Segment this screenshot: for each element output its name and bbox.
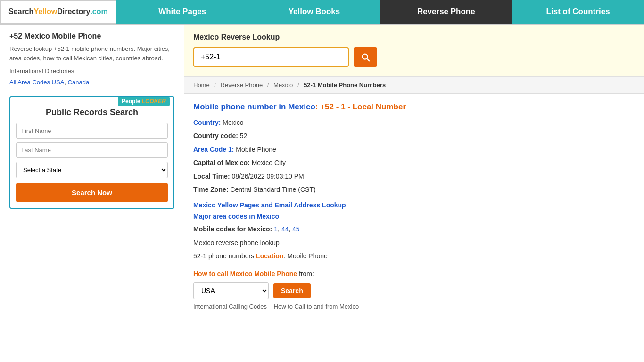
- badge-looker: LOOKER: [142, 98, 166, 105]
- country-select[interactable]: USA UK Canada Australia: [193, 282, 269, 299]
- area-code-value: Mobile Phone: [236, 146, 276, 153]
- all-area-codes-link[interactable]: All Area Codes USA: [9, 79, 64, 86]
- first-name-input[interactable]: [16, 123, 168, 139]
- phone-input[interactable]: [193, 47, 349, 67]
- info-title: Mobile phone number in Mexico: +52 - 1 -…: [193, 102, 635, 112]
- country-row: Country: Mexico: [193, 117, 635, 128]
- location-suffix: : Mobile Phone: [283, 252, 327, 260]
- yellow-pages-link[interactable]: Mexico Yellow Pages and Email Address Lo…: [193, 201, 635, 209]
- local-time-row: Local Time: 08/26/2022 09:03:10 PM: [193, 171, 635, 181]
- breadcrumb-home[interactable]: Home: [193, 82, 210, 89]
- country-code-row: Country code: 52: [193, 131, 635, 141]
- bc-sep-2: /: [267, 82, 269, 89]
- search-button[interactable]: Search: [273, 283, 311, 298]
- bc-sep-3: /: [297, 82, 299, 89]
- mobile-code-44[interactable]: 44: [281, 225, 289, 233]
- content-area: Mexico Reverse Lookup Home / Reverse Pho…: [184, 25, 644, 362]
- search-icon: [360, 52, 371, 62]
- country-label: Country:: [193, 119, 221, 126]
- area-code-link[interactable]: Area Code 1:: [193, 146, 234, 153]
- mobile-code-45[interactable]: 45: [292, 225, 300, 233]
- site-logo[interactable]: SearchYellowDirectory.com: [0, 0, 116, 24]
- mobile-codes-row: Mobile codes for Mexico: 1, 44, 45: [193, 224, 635, 234]
- country-value: Mexico: [223, 119, 243, 126]
- bc-sep-1: /: [214, 82, 216, 89]
- breadcrumb-reverse-phone[interactable]: Reverse Phone: [221, 82, 263, 89]
- state-select[interactable]: Select a State Alabama Alaska Arizona Ca…: [16, 162, 168, 178]
- how-to-call-section: How to call Mexico Mobile Phone from: US…: [193, 270, 635, 310]
- nav-white-pages[interactable]: White Pages: [116, 0, 248, 24]
- search-now-button[interactable]: Search Now: [16, 183, 168, 202]
- mobile-codes-label: Mobile codes for Mexico:: [193, 225, 272, 233]
- canada-link[interactable]: Canada: [68, 79, 90, 86]
- reverse-phone-row: Mexico reverse phone lookup: [193, 238, 635, 248]
- info-title-link[interactable]: Mobile phone number in Mexico: [193, 102, 315, 111]
- badge-people: People: [122, 98, 140, 105]
- country-code-label: Country code:: [193, 132, 238, 140]
- location-link[interactable]: Location: [256, 252, 283, 260]
- timezone-value: Central Standard Time (CST): [230, 186, 315, 193]
- logo-com: .com: [90, 8, 107, 16]
- sidebar-heading: +52 Mexico Mobile Phone: [9, 32, 174, 41]
- area-code-label: Area Code 1:: [193, 146, 234, 153]
- nav-yellow-books[interactable]: Yellow Books: [248, 0, 380, 24]
- major-area-codes-link[interactable]: Major area codes in Mexico: [193, 213, 635, 220]
- reverse-phone-label: Mexico reverse phone lookup: [193, 239, 280, 247]
- breadcrumb-current: 52-1 Mobile Phone Numbers: [304, 82, 386, 89]
- call-row: USA UK Canada Australia Search: [193, 282, 635, 299]
- timezone-row: Time Zone: Central Standard Time (CST): [193, 184, 635, 195]
- how-to-call-title: How to call Mexico Mobile Phone from:: [193, 270, 635, 278]
- capital-label: Capital of Mexico:: [193, 159, 250, 166]
- how-to-call-suffix: from:: [297, 270, 314, 278]
- info-title-suffix: : +52 - 1 - Local Number: [315, 102, 406, 111]
- logo-directory: Directory: [57, 8, 90, 16]
- logo-yellow: Yellow: [33, 8, 57, 16]
- sidebar-description: Reverse lookup +52-1 mobile phone number…: [9, 44, 174, 63]
- location-prefix: 52-1 phone numbers: [193, 252, 256, 260]
- phone-search-button[interactable]: [354, 47, 377, 67]
- area-code-row: Area Code 1: Mobile Phone: [193, 144, 635, 155]
- how-to-call-link[interactable]: How to call Mexico Mobile Phone: [193, 270, 297, 278]
- location-row: 52-1 phone numbers Location: Mobile Phon…: [193, 251, 635, 261]
- logo-search: Search: [8, 8, 33, 16]
- info-area: Mobile phone number in Mexico: +52 - 1 -…: [184, 94, 644, 319]
- people-looker-title: Public Records Search: [16, 107, 168, 117]
- capital-row: Capital of Mexico: Mexico City: [193, 157, 635, 168]
- breadcrumb-mexico[interactable]: Mexico: [273, 82, 293, 89]
- capital-value: Mexico City: [252, 159, 286, 166]
- last-name-input[interactable]: [16, 142, 168, 158]
- link-separator: ,: [64, 79, 67, 86]
- timezone-label: Time Zone:: [193, 186, 228, 193]
- navigation: SearchYellowDirectory.com White Pages Ye…: [0, 0, 644, 25]
- mobile-code-1[interactable]: 1: [274, 225, 278, 233]
- int-calling-note: International Calling Codes – How to Cal…: [193, 303, 635, 310]
- search-box-area: Mexico Reverse Lookup: [184, 25, 644, 77]
- local-time-value: 08/26/2022 09:03:10 PM: [231, 173, 304, 180]
- country-code-value: 52: [240, 132, 248, 140]
- breadcrumb: Home / Reverse Phone / Mexico / 52-1 Mob…: [184, 77, 644, 94]
- country-link[interactable]: Country:: [193, 119, 221, 126]
- int-dir-label: International Directories: [9, 66, 174, 76]
- nav-list-countries[interactable]: List of Countries: [512, 0, 644, 24]
- search-row: [193, 47, 635, 67]
- main-layout: +52 Mexico Mobile Phone Reverse lookup +…: [0, 25, 644, 362]
- people-looker-badge: People LOOKER: [118, 97, 170, 106]
- sidebar: +52 Mexico Mobile Phone Reverse lookup +…: [0, 25, 184, 362]
- local-time-label: Local Time:: [193, 173, 230, 180]
- people-looker-box: People LOOKER Public Records Search Sele…: [9, 96, 174, 209]
- search-box-title: Mexico Reverse Lookup: [193, 33, 635, 41]
- nav-reverse-phone[interactable]: Reverse Phone: [380, 0, 512, 24]
